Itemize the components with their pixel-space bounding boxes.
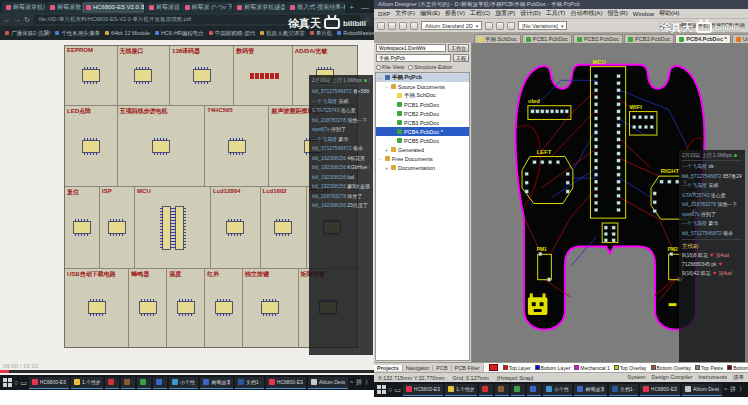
- taskbar-app[interactable]: HC6800-ES V2.0档...: [266, 377, 306, 389]
- project-button[interactable]: 工程: [453, 54, 469, 62]
- video-progress-bar[interactable]: [0, 370, 374, 373]
- document-tab[interactable]: PCB2.PcbDoc: [573, 34, 623, 43]
- menu-t[interactable]: 工具(T): [546, 9, 566, 18]
- tree-item[interactable]: -手柄.PrjPcb: [376, 73, 469, 82]
- taskbar-app[interactable]: [527, 384, 541, 396]
- tree-item[interactable]: PCB3.PcbDoc: [376, 118, 469, 127]
- start-button[interactable]: [377, 385, 386, 394]
- start-button[interactable]: [3, 378, 12, 387]
- layer-tab[interactable]: Top Layer: [503, 365, 531, 371]
- search-icon[interactable]: ○: [14, 379, 18, 386]
- menu-e[interactable]: 编辑(E): [420, 9, 440, 18]
- tray-icon[interactable]: 》: [739, 385, 745, 394]
- bookmark-item[interactable]: HC6-HR编程电台: [155, 30, 204, 37]
- panel-tab-navigator[interactable]: Navigator: [403, 365, 434, 371]
- document-tab[interactable]: Untitled1: [732, 34, 748, 43]
- schematic-block[interactable]: USB自动下载电路: [65, 269, 129, 347]
- document-tab[interactable]: PCB1.PcbDoc: [522, 34, 572, 43]
- schematic-block[interactable]: 138译码器: [170, 46, 234, 105]
- taskbar-app[interactable]: HC6800-ES V2.0档...: [640, 384, 680, 396]
- new-tab-button[interactable]: +: [346, 3, 357, 12]
- layer-tab[interactable]: Top Overlay: [614, 365, 647, 371]
- taskbar-app[interactable]: [121, 377, 135, 389]
- taskbar-app[interactable]: HC6800-ES V2.0单...: [403, 384, 443, 396]
- schematic-block[interactable]: 数码管: [234, 46, 292, 105]
- schematic-block[interactable]: 74HC595: [205, 106, 269, 186]
- panel-button[interactable]: 清单: [733, 374, 744, 381]
- schematic-block[interactable]: Lcd12864: [211, 187, 261, 267]
- taskbar-app[interactable]: Altium Designer (不...: [682, 384, 722, 396]
- panel-tab-pcb-filter[interactable]: PCB Filter: [452, 365, 484, 371]
- taskbar-app[interactable]: [153, 377, 167, 389]
- expand-icon[interactable]: +: [384, 147, 389, 153]
- taskbar-app[interactable]: 树莓派掌机圈圈: [200, 377, 232, 389]
- tree-item[interactable]: -Free Documents: [376, 154, 469, 163]
- bookmark-item[interactable]: 广播体操2-洗脑!: [5, 30, 50, 37]
- save-icon[interactable]: [388, 22, 396, 30]
- tree-item[interactable]: 手柄.SchDoc: [376, 91, 469, 100]
- reload-icon[interactable]: ↻: [24, 16, 30, 24]
- expand-icon[interactable]: -: [378, 75, 383, 81]
- structure-editor-radio[interactable]: Structure Editor: [408, 64, 452, 70]
- variation-select[interactable]: [No Variations]▾: [518, 21, 567, 30]
- workspace-select[interactable]: Workspace1.DsnWrk: [376, 44, 446, 52]
- taskbar-app[interactable]: 文档1 - Word: [235, 377, 264, 389]
- tree-item[interactable]: -Source Documents: [376, 82, 469, 91]
- schematic-block[interactable]: 独立按键: [243, 269, 298, 347]
- schematic-block[interactable]: 复位: [65, 187, 100, 267]
- back-icon[interactable]: ←: [4, 16, 11, 23]
- tray-icon[interactable]: ^: [350, 380, 353, 386]
- wire-icon[interactable]: [485, 22, 493, 30]
- menu-v[interactable]: 察看(V): [445, 9, 465, 18]
- panel-button[interactable]: Instruments: [698, 374, 727, 381]
- taskbar-app[interactable]: [105, 377, 119, 389]
- layer-tab[interactable]: Top Paste: [695, 365, 723, 371]
- menu-a[interactable]: 自动布线(A): [570, 9, 602, 18]
- tree-item[interactable]: +Documentation: [376, 163, 469, 172]
- document-tab[interactable]: PCB4.PcbDoc *: [675, 34, 730, 43]
- taskbar-app[interactable]: 小个性人印刷: [169, 377, 198, 389]
- layer-tab[interactable]: Bottom Layer: [535, 365, 571, 371]
- panel-tab-projects[interactable]: Projects: [374, 365, 403, 371]
- window-minimize-icon[interactable]: —: [358, 3, 372, 12]
- schematic-block[interactable]: 温度: [167, 269, 205, 347]
- bookmark-item[interactable]: 中国邮购精-源代: [209, 30, 255, 37]
- layer-tab[interactable]: Bottom Paste: [727, 365, 748, 371]
- schematic-block[interactable]: LED点阵: [65, 106, 118, 186]
- document-tab[interactable]: 手柄.SchDoc: [474, 34, 521, 43]
- taskbar-app[interactable]: [495, 384, 509, 396]
- panel-button[interactable]: System: [627, 374, 645, 381]
- tray-icon[interactable]: 拼: [356, 378, 362, 387]
- menu-d[interactable]: 设计(D): [520, 9, 540, 18]
- schematic-block[interactable]: 红外: [205, 269, 243, 347]
- taskbar-app[interactable]: 文档1 - Word: [609, 384, 638, 396]
- schematic-block[interactable]: 蜂鸣器: [129, 269, 167, 347]
- taskbar-app[interactable]: HC6800-ES V2.0单...: [29, 377, 69, 389]
- file-view-radio[interactable]: File View: [376, 64, 404, 70]
- browser-tab[interactable]: 树莓派设计: [145, 2, 180, 13]
- taskbar-app[interactable]: [479, 384, 493, 396]
- browser-tab[interactable]: HC6800-ES V2.0 单片机×: [82, 2, 144, 13]
- pad-icon[interactable]: [507, 22, 515, 30]
- taskbar-app[interactable]: 树莓派掌机圈圈: [574, 384, 606, 396]
- menu-dxp[interactable]: DXP: [378, 11, 390, 17]
- task-view-icon[interactable]: ▭: [20, 379, 27, 387]
- taskbar-app[interactable]: 1.个性的小按键: [71, 377, 103, 389]
- taskbar-app[interactable]: [137, 377, 151, 389]
- layer-tab[interactable]: Bottom Overlay: [651, 365, 691, 371]
- browser-tab[interactable]: 嵌入式-搜索结果-树莓派: [286, 2, 345, 13]
- panel-button[interactable]: Design Compiler: [652, 374, 693, 381]
- bookmark-item[interactable]: 64bit 12 Module: [105, 30, 150, 36]
- menu-window[interactable]: Window: [633, 11, 654, 17]
- browser-tab[interactable]: 树莓派教程: [46, 2, 81, 13]
- schematic-block[interactable]: 五项四线步进电机: [118, 106, 206, 186]
- open-icon[interactable]: [377, 22, 385, 30]
- layer-tab[interactable]: Mechanical 1: [574, 365, 609, 371]
- browser-tab[interactable]: 树莓派 (^-^)v 下午茶: [181, 2, 233, 13]
- tree-item[interactable]: +Generated: [376, 145, 469, 154]
- taskbar-app[interactable]: 1.个性的小按键: [445, 384, 477, 396]
- via-icon[interactable]: [496, 22, 504, 30]
- tree-item[interactable]: PCB1.PcbDoc: [376, 100, 469, 109]
- schematic-block[interactable]: MCU: [135, 187, 211, 267]
- expand-icon[interactable]: -: [378, 156, 383, 162]
